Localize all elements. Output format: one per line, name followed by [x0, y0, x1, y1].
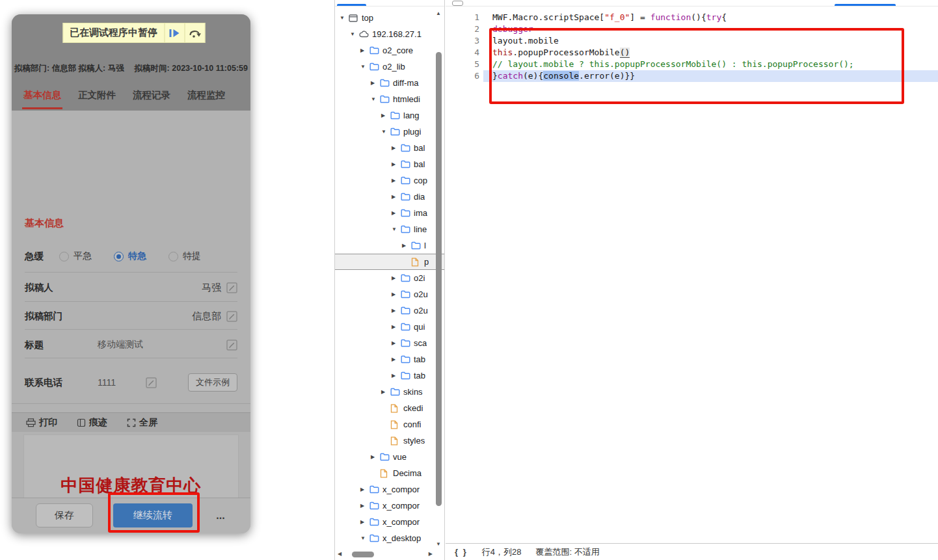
chevron-right-icon[interactable]: ▶	[381, 389, 390, 395]
edit-icon[interactable]	[146, 377, 157, 388]
chevron-right-icon[interactable]: ▶	[392, 210, 401, 216]
continue-flow-button[interactable]: 继续流转	[113, 503, 193, 527]
trace-button[interactable]: 痕迹	[77, 417, 107, 429]
tree-item[interactable]: ▼line	[335, 221, 444, 237]
tab-basic-info[interactable]: 基本信息	[23, 89, 61, 101]
tab-process-monitor[interactable]: 流程监控	[187, 89, 225, 101]
chevron-right-icon[interactable]: ▶	[360, 503, 369, 509]
tree-item[interactable]: ▶tab	[335, 351, 444, 367]
line-number[interactable]: 6	[446, 70, 479, 82]
tree-item[interactable]: ▶o2u	[335, 302, 444, 319]
file-icon	[390, 404, 403, 413]
tree-item[interactable]: ▼192.168.27.1	[335, 26, 444, 42]
chevron-down-icon[interactable]: ▼	[350, 31, 359, 37]
tree-item[interactable]: ▶l	[335, 237, 444, 254]
line-number[interactable]: 1	[446, 12, 479, 23]
line-number[interactable]: 3	[446, 35, 479, 47]
scrollbar-thumb[interactable]	[436, 52, 442, 506]
tree-item[interactable]: styles	[335, 433, 444, 449]
tree-item[interactable]: ▶vue	[335, 449, 444, 465]
chevron-right-icon[interactable]: ▶	[392, 373, 401, 379]
tree-item[interactable]: ▶x_compor	[335, 514, 444, 530]
chevron-right-icon[interactable]: ▶	[360, 519, 369, 525]
chevron-right-icon[interactable]: ▶	[392, 324, 401, 330]
line-number[interactable]: 5	[446, 59, 479, 70]
chevron-right-icon[interactable]: ▶	[371, 454, 380, 460]
radio-special[interactable]: 特提	[168, 250, 201, 262]
tree-vertical-scrollbar[interactable]: ▲ ▼	[435, 9, 444, 548]
tree-item[interactable]: ▶skins	[335, 384, 444, 400]
tree-item[interactable]: ▼top	[335, 10, 444, 26]
tree-item[interactable]: p	[335, 254, 444, 270]
tree-item[interactable]: ▼plugi	[335, 124, 444, 140]
chevron-right-icon[interactable]: ▶	[392, 145, 401, 151]
chevron-right-icon[interactable]: ▶	[392, 194, 401, 200]
chevron-right-icon[interactable]: ▶	[360, 47, 369, 53]
chevron-right-icon[interactable]: ▶	[371, 80, 380, 86]
chevron-right-icon[interactable]: ▶	[381, 113, 390, 118]
radio-normal-urgent[interactable]: 平急	[59, 250, 92, 262]
chevron-right-icon[interactable]: ▶	[360, 487, 369, 492]
chevron-right-icon[interactable]: ▶	[392, 178, 401, 183]
tree-item[interactable]: ▶o2u	[335, 286, 444, 302]
step-over-button[interactable]	[184, 23, 204, 42]
tree-item[interactable]: ▶o2_core	[335, 42, 444, 59]
tree-item[interactable]: ckedi	[335, 400, 444, 416]
code-editor[interactable]: MWF.Macro.scriptSpace["f_0"] = function(…	[483, 12, 938, 82]
edit-icon[interactable]	[226, 282, 237, 293]
scroll-right-icon[interactable]: ▶	[429, 551, 433, 557]
tree-item[interactable]: ▶dia	[335, 189, 444, 205]
chevron-right-icon[interactable]: ▶	[392, 291, 401, 297]
chevron-down-icon[interactable]: ▼	[392, 226, 401, 232]
tree-item[interactable]: ▶diff-ma	[335, 75, 444, 91]
tree-item[interactable]: ▶ima	[335, 205, 444, 221]
tree-item[interactable]: ▶bal	[335, 140, 444, 156]
scrollbar-thumb[interactable]	[352, 552, 374, 557]
tree-item[interactable]: ▶bal	[335, 156, 444, 172]
chevron-right-icon[interactable]: ▶	[392, 275, 401, 281]
chevron-down-icon[interactable]: ▼	[360, 64, 369, 70]
file-example-button[interactable]: 文件示例	[188, 373, 237, 392]
tree-item[interactable]: ▼o2_lib	[335, 59, 444, 75]
tree-item[interactable]: ▼x_desktop	[335, 530, 444, 546]
scroll-down-icon[interactable]: ▼	[436, 541, 441, 547]
tree-item[interactable]: ▶qui	[335, 319, 444, 335]
line-number[interactable]: 4	[446, 47, 479, 59]
line-number[interactable]: 2	[446, 23, 479, 35]
chevron-down-icon[interactable]: ▼	[371, 96, 380, 102]
tree-horizontal-scrollbar[interactable]: ◀ ▶	[336, 549, 434, 559]
field-label: 标题	[25, 339, 98, 351]
more-actions-button[interactable]: ...	[207, 503, 234, 527]
tree-item[interactable]: ▶x_compor	[335, 481, 444, 498]
tree-item[interactable]: ▶sca	[335, 335, 444, 351]
fullscreen-button[interactable]: 全屏	[127, 417, 157, 429]
save-button[interactable]: 保存	[36, 503, 93, 527]
edit-icon[interactable]	[226, 311, 237, 322]
tree-item[interactable]: confi	[335, 416, 444, 433]
tree-item[interactable]: ▶x_compor	[335, 498, 444, 514]
chevron-down-icon[interactable]: ▼	[360, 535, 369, 541]
scroll-up-icon[interactable]: ▲	[436, 10, 441, 16]
tab-attachments[interactable]: 正文附件	[78, 89, 116, 101]
tree-item[interactable]: ▶o2i	[335, 270, 444, 286]
pretty-print-icon[interactable]: { }	[455, 547, 468, 557]
chevron-right-icon[interactable]: ▶	[402, 243, 411, 248]
tree-item[interactable]: ▶cop	[335, 172, 444, 189]
chevron-right-icon[interactable]: ▶	[392, 356, 401, 362]
tree-item[interactable]: ▶lang	[335, 107, 444, 124]
resume-script-button[interactable]	[164, 23, 184, 42]
radio-extra-urgent[interactable]: 特急	[114, 250, 146, 262]
chevron-right-icon[interactable]: ▶	[392, 340, 401, 346]
tree-item[interactable]: Decima	[335, 465, 444, 481]
scroll-left-icon[interactable]: ◀	[338, 551, 342, 557]
tree-item[interactable]: ▼htmledi	[335, 91, 444, 107]
chevron-right-icon[interactable]: ▶	[392, 308, 401, 313]
tree-item[interactable]: ▶tab	[335, 367, 444, 384]
tab-process-record[interactable]: 流程记录	[133, 89, 170, 101]
folder-icon	[369, 534, 382, 542]
edit-icon[interactable]	[226, 340, 237, 351]
chevron-down-icon[interactable]: ▼	[381, 129, 390, 135]
chevron-down-icon[interactable]: ▼	[340, 15, 349, 21]
print-button[interactable]: 打印	[26, 417, 57, 429]
chevron-right-icon[interactable]: ▶	[392, 161, 401, 167]
